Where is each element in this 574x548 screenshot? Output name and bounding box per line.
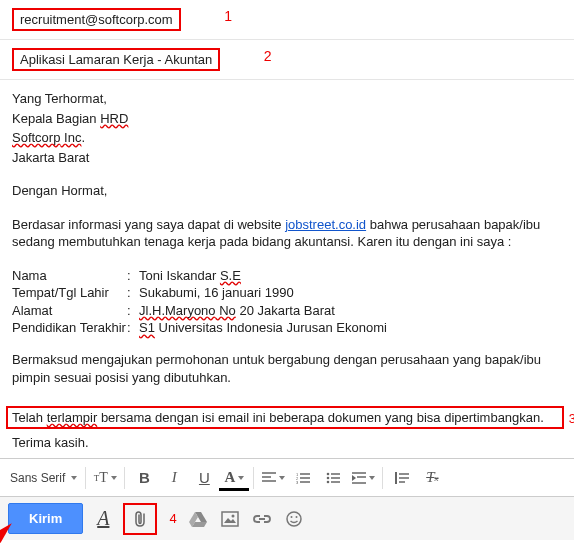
emoji-icon[interactable]	[283, 508, 305, 530]
intro-paragraph: Berdasar informasi yang saya dapat di we…	[12, 216, 562, 251]
svg-rect-26	[222, 512, 238, 526]
subject-highlight: Aplikasi Lamaran Kerja - Akuntan	[12, 48, 220, 71]
subject-field[interactable]: Aplikasi Lamaran Kerja - Akuntan	[20, 52, 212, 67]
send-button[interactable]: Kirim	[8, 503, 83, 534]
drive-icon[interactable]	[187, 508, 209, 530]
svg-rect-19	[395, 472, 397, 484]
svg-point-9	[327, 472, 330, 475]
to-highlight: recruitment@softcorp.com	[12, 8, 181, 31]
remove-format-button[interactable]: Tx	[417, 463, 447, 493]
text-color-button[interactable]: A	[219, 463, 249, 493]
svg-point-11	[327, 480, 330, 483]
svg-marker-27	[224, 518, 236, 523]
bio-dob-label: Tempat/Tgl Lahir	[12, 284, 127, 302]
toggle-format-button[interactable]: A	[93, 507, 113, 530]
closing: Terima kasih.	[12, 435, 562, 450]
attach-icon[interactable]	[129, 508, 151, 530]
salutation-line2: Kepala Bagian HRD	[12, 110, 562, 128]
jobstreet-link[interactable]: jobstreet.co.id	[285, 217, 366, 232]
bio-address-label: Alamat	[12, 302, 127, 320]
intent-paragraph: Bermaksud mengajukan permohonan untuk be…	[12, 351, 562, 386]
attachment-highlight: Telah terlampir bersama dengan isi email…	[6, 406, 564, 429]
salutation-line1: Yang Terhormat,	[12, 90, 562, 108]
annotation-3: 3	[569, 411, 574, 426]
photo-icon[interactable]	[219, 508, 241, 530]
link-icon[interactable]	[251, 508, 273, 530]
quote-button[interactable]	[387, 463, 417, 493]
action-bar: Kirim A 4	[0, 496, 574, 540]
italic-button[interactable]: I	[159, 463, 189, 493]
indent-button[interactable]	[348, 463, 378, 493]
annotation-1: 1	[224, 8, 232, 24]
to-row: recruitment@softcorp.com 1	[0, 0, 574, 40]
svg-marker-18	[352, 475, 356, 481]
bio-edu-label: Pendidikan Terakhir	[12, 319, 127, 337]
salutation-line4: Jakarta Barat	[12, 149, 562, 167]
align-button[interactable]	[258, 463, 288, 493]
to-field[interactable]: recruitment@softcorp.com	[20, 12, 173, 27]
bullet-list-button[interactable]	[318, 463, 348, 493]
numbered-list-button[interactable]: 123	[288, 463, 318, 493]
bio-table: Nama : Toni Iskandar S.E Tempat/Tgl Lahi…	[12, 267, 387, 337]
annotation-2: 2	[264, 48, 272, 64]
bio-address-value: Jl.H.Maryono No 20 Jakarta Barat	[139, 302, 387, 320]
email-body[interactable]: Yang Terhormat, Kepala Bagian HRD Softco…	[0, 80, 574, 406]
font-size-button[interactable]: TT	[90, 463, 120, 493]
bold-button[interactable]: B	[129, 463, 159, 493]
underline-button[interactable]: U	[189, 463, 219, 493]
annotation-4: 4	[169, 511, 176, 526]
bio-edu-value: S1 Universitas Indonesia Jurusan Ekonomi	[139, 319, 387, 337]
bio-name-value: Toni Iskandar S.E	[139, 267, 387, 285]
svg-point-31	[295, 516, 297, 518]
greeting: Dengan Hormat,	[12, 182, 562, 200]
subject-row: Aplikasi Lamaran Kerja - Akuntan 2	[0, 40, 574, 80]
svg-text:3: 3	[296, 480, 299, 484]
svg-point-10	[327, 476, 330, 479]
svg-point-30	[290, 516, 292, 518]
svg-point-29	[287, 512, 301, 526]
bio-name-label: Nama	[12, 267, 127, 285]
format-toolbar: Sans Serif TT B I U A 123 Tx	[0, 458, 574, 496]
svg-point-28	[231, 514, 234, 517]
font-family-select[interactable]: Sans Serif	[6, 463, 81, 493]
salutation-line3: Softcorp Inc.	[12, 129, 562, 147]
bio-dob-value: Sukabumi, 16 januari 1990	[139, 284, 387, 302]
